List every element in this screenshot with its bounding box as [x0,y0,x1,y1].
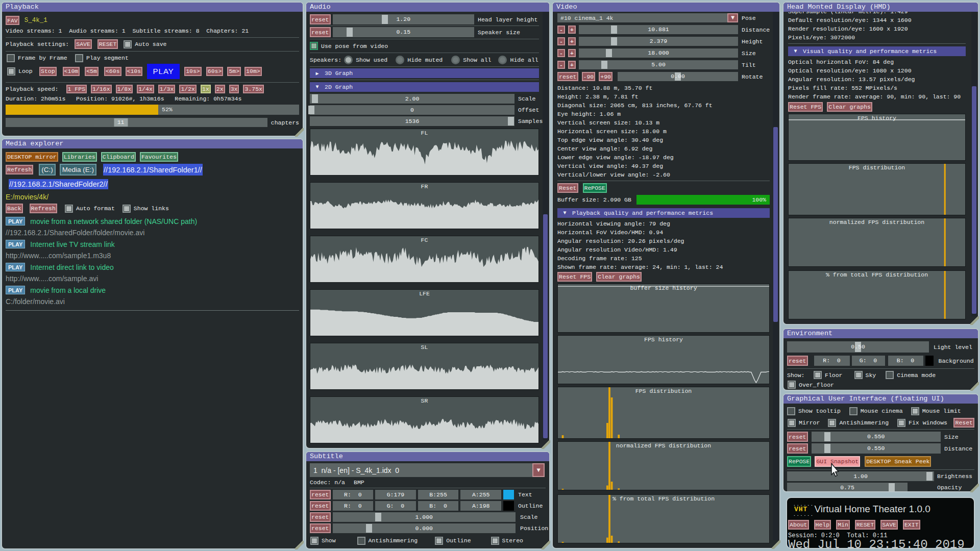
gui-check[interactable]: Mirror [788,419,820,427]
checkbox[interactable] [788,381,796,389]
gui-check[interactable]: Mouse cinema [849,407,903,415]
gui-reset-button[interactable]: Reset [953,418,974,428]
speed-button[interactable]: 1 FPS [66,85,87,93]
seek-back-10m-button[interactable]: <10m [63,67,80,76]
speed-button[interactable]: 1/4x [137,85,154,93]
speakers-radio-option[interactable]: Hide muted [396,56,443,64]
bg-r-cell[interactable]: R: 0 [814,356,850,366]
video-scrollbar[interactable] [773,12,778,547]
subtitle-position-slider[interactable]: 0.000 [333,523,516,533]
position-progressbar[interactable]: 52% [6,105,299,115]
speed-button[interactable]: 1/3x [158,85,176,93]
radio-icon[interactable] [451,56,460,64]
media-item-label[interactable]: movie from a network shared folder (NAS/… [25,217,197,226]
vht-exit-button[interactable]: EXIT [903,520,920,530]
explorer-tab[interactable]: Clipboard [101,152,136,162]
refresh-folder-button[interactable]: Refresh [30,204,57,213]
text-r-cell[interactable]: R: 0 [333,490,374,499]
checkbox[interactable] [65,205,73,213]
media-item-label[interactable]: Internet live TV stream link [25,240,114,248]
media-item-label[interactable]: Internet direct link to video [25,263,113,271]
checkbox[interactable] [897,419,905,427]
rotate-slider[interactable]: 0.00 [618,72,738,81]
back-button[interactable]: Back [6,204,23,213]
background-color-swatch[interactable] [925,356,934,366]
outline-r-cell[interactable]: R: 0 [333,501,374,511]
decrease-button[interactable]: - [557,26,565,34]
seek-fwd-10s-button[interactable]: 10s> [184,67,202,76]
checkbox[interactable] [7,67,15,76]
checkbox[interactable] [75,54,83,62]
pose-dropdown[interactable]: #10 cinema_1 4k ▼ [557,13,738,22]
play-button[interactable]: PLAY [147,64,180,79]
use-pose-check[interactable]: Use pose from video [310,42,388,50]
graph2d-header[interactable]: ▼ 2D Graph [310,82,539,92]
checkbox[interactable] [787,407,795,415]
vht-about-button[interactable]: About [788,520,809,530]
seek-back-10s-button[interactable]: <10s [126,67,143,76]
subtitle-check[interactable]: Stereo [491,537,523,545]
refresh-drives-button[interactable]: Refresh [6,165,33,174]
outline-g-cell[interactable]: G: 0 [375,501,416,511]
video-scrollbar-thumb[interactable] [773,127,778,322]
seek-fwd-60s-button[interactable]: 60s> [206,67,224,76]
show-links-check[interactable]: Show links [122,205,169,213]
speed-button[interactable]: 1/2x [179,85,197,93]
checkbox[interactable] [491,537,499,545]
checkbox[interactable] [849,407,857,415]
speed-button[interactable]: 1/16x [91,85,112,93]
video-pose-slider[interactable]: 2.379 [579,37,738,46]
speed-button[interactable]: 2x [215,85,225,93]
resize-grip[interactable] [772,540,780,549]
over-floor-check[interactable]: Over_floor [788,381,834,389]
checkbox[interactable] [310,537,318,545]
frame-by-frame-check[interactable]: Frame by Frame [7,54,75,62]
reset-outline-color-button[interactable]: reset [310,501,331,511]
subtitle-check[interactable]: Show [310,537,336,545]
hmd-metrics-header[interactable]: ▼ Visual quality and performance metrics [788,46,966,56]
audio-scrollbar-thumb[interactable] [543,214,548,438]
speed-button[interactable]: 1x [201,85,211,93]
reset-background-button[interactable]: reset [787,356,808,366]
radio-icon[interactable] [498,56,507,64]
resize-grip[interactable] [970,382,979,391]
explorer-tab[interactable]: Libraries [62,152,97,162]
reset-fps-button[interactable]: Reset FPS [557,272,592,282]
environment-show-check[interactable]: Cinema mode [886,371,936,379]
radio-icon[interactable] [396,56,404,64]
gui-panel-title[interactable]: Graphical User Interface (floating UI) [783,394,978,404]
resize-grip[interactable] [970,316,979,325]
vht-reset-button[interactable]: RESET [855,520,876,530]
checkbox[interactable] [788,419,796,427]
media-explorer-title[interactable]: Media explorer [2,139,303,148]
seek-back-60s-button[interactable]: <60s [104,67,121,76]
repose-button[interactable]: RePOSE [583,183,607,193]
seek-back-5m-button[interactable]: <5m [85,67,99,76]
video-panel-title[interactable]: Video [553,3,779,12]
network-share-button[interactable]: //192.168.2.1/SharedFolder2// [9,179,108,189]
gui-distance-slider[interactable]: 0.550 [812,443,941,454]
speed-button[interactable]: 1/8x [116,85,133,93]
play-media-button[interactable]: PLAY [6,263,25,271]
auto-format-check[interactable]: Auto format [65,205,115,213]
checkbox[interactable] [310,42,318,50]
playback-panel-title[interactable]: Playback [2,3,303,12]
video-pose-slider[interactable]: 18.000 [579,48,738,58]
text-color-swatch[interactable] [503,490,514,499]
reset-head-layer-button[interactable]: reset [310,14,331,24]
favourite-button[interactable]: FAV [6,16,19,25]
text-b-cell[interactable]: B:255 [418,490,459,499]
play-media-button[interactable]: PLAY [6,217,25,226]
play-media-button[interactable]: PLAY [6,286,25,294]
checkbox[interactable] [814,371,822,379]
increase-button[interactable]: + [568,61,576,69]
gui-check[interactable]: Antishimmering [828,419,889,427]
hmd-panel-title[interactable]: Head Monted Display (HMD) [783,3,978,12]
clear-graphs-button[interactable]: Clear graphs [827,102,872,112]
vht-save-button[interactable]: SAVE [880,520,898,530]
resize-grip[interactable] [970,484,979,492]
explorer-tab[interactable]: DESKTOP mirror [6,152,58,162]
radio-icon[interactable] [344,56,353,64]
reset-subtitle-position-button[interactable]: reset [310,523,331,533]
checkbox[interactable] [911,407,919,415]
